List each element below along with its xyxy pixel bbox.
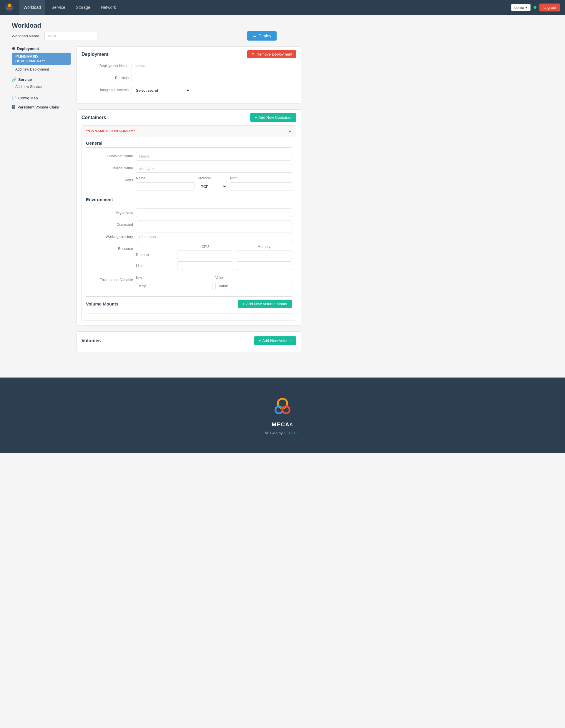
deployment-name-label: Deployment Name bbox=[81, 62, 129, 68]
logout-button[interactable]: Log out bbox=[539, 4, 560, 11]
cpu-limit-input[interactable]: 200m bbox=[177, 261, 233, 270]
plus-icon-vol: + bbox=[242, 302, 245, 306]
mem-request-input[interactable]: 256Mi bbox=[236, 251, 292, 259]
resource-area: CPU Memory Request 200m 256Mi bbox=[136, 245, 292, 272]
working-dir-label: Working directory bbox=[86, 233, 133, 239]
demo-label: demo bbox=[514, 5, 524, 10]
containers-title: Containers bbox=[81, 115, 106, 120]
port-name-input[interactable] bbox=[136, 182, 195, 191]
svg-point-1 bbox=[8, 4, 11, 7]
environment-title: Environment bbox=[86, 197, 292, 204]
add-volume-mount-button[interactable]: + Add New Volume Mount bbox=[238, 300, 292, 308]
mem-limit-input[interactable]: 256Mi bbox=[236, 261, 292, 270]
working-dir-row: Working directory bbox=[86, 233, 292, 241]
env-var-data-row bbox=[136, 282, 292, 290]
workload-name-row: Workload Name ☁ Deploy bbox=[12, 31, 276, 41]
container-name-row: Container Name bbox=[86, 152, 292, 161]
sidebar-service-title[interactable]: 🔗 Service bbox=[12, 77, 71, 82]
replicas-input[interactable]: 1 bbox=[131, 74, 296, 82]
nav-storage[interactable]: Storage bbox=[72, 0, 94, 15]
container-card-header: **UNNAMED CONTAINER** ▲ bbox=[82, 126, 296, 136]
deployment-name-input[interactable] bbox=[131, 62, 296, 70]
arguments-row: Arguments bbox=[86, 208, 292, 217]
footer-logo-icon bbox=[271, 395, 294, 419]
status-indicator bbox=[534, 6, 536, 9]
add-container-button[interactable]: + Add New Container bbox=[250, 113, 296, 122]
resource-row: Resource CPU Memory Request bbox=[86, 245, 292, 272]
port-protocol-select[interactable]: TCP UDP bbox=[198, 182, 227, 191]
add-volume-button[interactable]: + Add New Volume bbox=[254, 336, 296, 345]
container-name-input[interactable] bbox=[136, 152, 292, 161]
container-body: General Container Name Image Name bbox=[82, 136, 296, 320]
secrets-select[interactable]: Select secret bbox=[131, 86, 190, 95]
sidebar-add-deployment[interactable]: Add new Deployment bbox=[12, 66, 71, 73]
sidebar-service-section: 🔗 Service Add new Service bbox=[12, 77, 71, 90]
volumes-section-header: Volumes + Add New Volume bbox=[81, 336, 296, 345]
general-section: General Container Name Image Name bbox=[86, 141, 292, 191]
ports-header: Name Protocol Port bbox=[136, 176, 292, 180]
footer-brand-text: MECAs bbox=[271, 422, 293, 428]
arguments-label: Arguments bbox=[86, 208, 133, 215]
resource-header-row: CPU Memory bbox=[136, 245, 292, 249]
sidebar-add-service[interactable]: Add new Service bbox=[12, 84, 71, 90]
env-var-label: Environment Variable bbox=[86, 276, 133, 282]
command-input[interactable] bbox=[136, 221, 292, 229]
working-dir-input[interactable] bbox=[136, 233, 292, 241]
workload-name-input[interactable] bbox=[44, 32, 97, 40]
resource-limit-row: Limit 200m 256Mi bbox=[136, 261, 292, 270]
image-name-input[interactable] bbox=[136, 164, 292, 173]
image-name-label: Image Name bbox=[86, 164, 133, 170]
nav-service[interactable]: Service bbox=[47, 0, 69, 15]
gear-remove-icon: ⚙ bbox=[251, 52, 255, 56]
deployment-form: Deployment Name Replicas 1 Image pull se… bbox=[77, 62, 301, 103]
deployment-name-row: Deployment Name bbox=[81, 62, 296, 70]
brand bbox=[5, 3, 14, 12]
env-var-area: Key Value bbox=[136, 276, 292, 290]
env-val-input[interactable] bbox=[215, 282, 292, 290]
cpu-request-input[interactable]: 200m bbox=[177, 251, 233, 259]
storage-icon: 🗄 bbox=[12, 105, 16, 109]
deployment-title: Deployment bbox=[81, 52, 109, 57]
sidebar-config-map[interactable]: 📄 Config Map bbox=[12, 95, 71, 101]
nav-network[interactable]: Network bbox=[97, 0, 120, 15]
env-key-header: Key bbox=[136, 276, 212, 280]
sidebar-unnamed-deployment[interactable]: **UNNAMED DEPLOYMENT** bbox=[12, 53, 71, 65]
env-key-input[interactable] bbox=[136, 282, 212, 290]
env-var-header: Key Value bbox=[136, 276, 292, 280]
ports-label: Ports bbox=[86, 176, 133, 182]
chevron-up-icon[interactable]: ▲ bbox=[288, 128, 292, 133]
sidebar: ⚙ Deployment **UNNAMED DEPLOYMENT** Add … bbox=[12, 46, 71, 359]
container-card-title: **UNNAMED CONTAINER** bbox=[86, 129, 135, 133]
sidebar-deployment-title[interactable]: ⚙ Deployment bbox=[12, 46, 71, 51]
ports-port-header: Port bbox=[230, 176, 292, 180]
limit-label: Limit bbox=[136, 264, 174, 268]
memory-header: Memory bbox=[236, 245, 292, 249]
link-icon: 🔗 bbox=[12, 77, 16, 82]
navbar: Workload Service Storage Network demo ▾ … bbox=[0, 0, 565, 15]
secrets-row: Image pull secrets Select secret bbox=[81, 86, 296, 95]
plus-icon-volume: + bbox=[259, 338, 261, 343]
deployment-section: Deployment ⚙ Remove Deployment Deploymen… bbox=[76, 46, 301, 103]
ports-protocol-header: Protocol bbox=[198, 176, 227, 180]
footer-logo-area: MECAs MECAs by NECTEC. bbox=[6, 395, 559, 435]
volumes-title: Volumes bbox=[81, 338, 101, 343]
navbar-right: demo ▾ Log out bbox=[511, 4, 560, 11]
volume-mounts-divider bbox=[86, 313, 292, 314]
ports-row: Ports Name Protocol Port bbox=[86, 176, 292, 191]
demo-dropdown[interactable]: demo ▾ bbox=[511, 4, 531, 11]
footer-credit: MECAs by NECTEC. bbox=[264, 431, 301, 435]
general-title: General bbox=[86, 141, 292, 148]
environment-section: Environment Arguments Command Working di… bbox=[86, 197, 292, 290]
deploy-button[interactable]: ☁ Deploy bbox=[247, 31, 276, 41]
containers-section: Containers + Add New Container **UNNAMED… bbox=[76, 109, 301, 325]
containers-header: Containers + Add New Container bbox=[77, 110, 301, 125]
sidebar-pvc[interactable]: 🗄 Persistent Volume Claim bbox=[12, 104, 71, 111]
sidebar-deployment-section: ⚙ Deployment **UNNAMED DEPLOYMENT** Add … bbox=[12, 46, 71, 73]
remove-deployment-button[interactable]: ⚙ Remove Deployment bbox=[247, 50, 296, 58]
command-row: Command bbox=[86, 221, 292, 229]
volume-mounts-header: Volume Mounts + Add New Volume Mount bbox=[86, 296, 292, 311]
nav-workload[interactable]: Workload bbox=[19, 0, 45, 15]
volumes-section: Volumes + Add New Volume bbox=[76, 331, 301, 353]
port-port-input[interactable] bbox=[230, 182, 292, 191]
arguments-input[interactable] bbox=[136, 208, 292, 217]
